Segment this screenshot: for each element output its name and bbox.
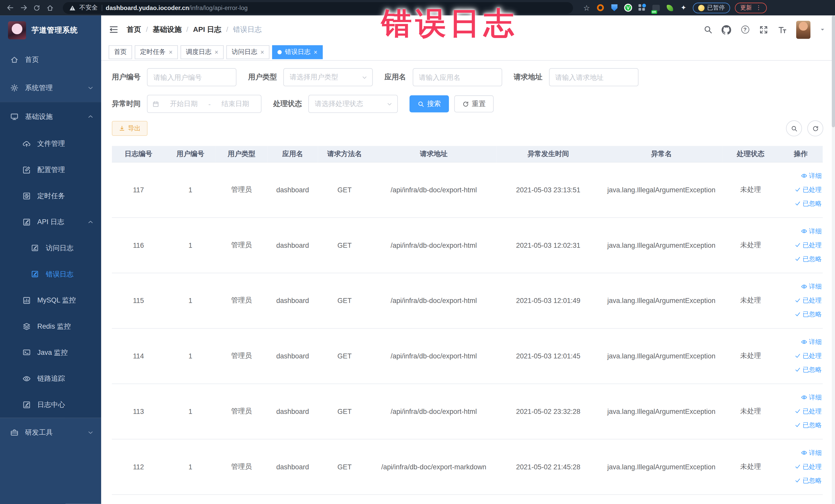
table-row: 112 1 管理员 dashboard GET /api/infra/db-do… bbox=[112, 439, 823, 494]
breadcrumb-api-logs[interactable]: API 日志 bbox=[193, 25, 222, 34]
detail-link[interactable]: 详细 bbox=[778, 335, 822, 349]
ignored-link[interactable]: 已忽略 bbox=[778, 363, 822, 377]
avatar-caret-icon[interactable] bbox=[820, 27, 826, 33]
sidebar-item-log-center[interactable]: 日志中心 bbox=[0, 391, 101, 418]
sidebar-item-access-logs[interactable]: 访问日志 bbox=[0, 235, 101, 261]
app-name-input[interactable] bbox=[412, 68, 502, 86]
cell-exception-time: 2021-05-02 21:45:28 bbox=[496, 439, 600, 494]
sidebar-item-dev-tools[interactable]: 研发工具 bbox=[0, 418, 101, 446]
home-icon[interactable] bbox=[45, 3, 55, 12]
cell-process-status: 未处理 bbox=[722, 273, 778, 328]
address-bar[interactable]: 不安全 dashboard.yudao.iocoder.cn/infra/log… bbox=[63, 2, 573, 14]
sidebar-item-api-logs[interactable]: API 日志 bbox=[0, 209, 101, 235]
sidebar-item-home[interactable]: 首页 bbox=[0, 45, 101, 74]
processed-link[interactable]: 已处理 bbox=[778, 349, 822, 363]
sidebar-item-config-mgmt[interactable]: 配置管理 bbox=[0, 157, 101, 183]
search-icon[interactable] bbox=[703, 25, 712, 34]
reload-icon[interactable] bbox=[32, 3, 41, 12]
close-icon[interactable]: × bbox=[261, 48, 264, 56]
detail-link[interactable]: 详细 bbox=[778, 280, 822, 294]
app-logo[interactable]: 芋道管理系统 bbox=[0, 15, 101, 45]
update-button[interactable]: 更新⋮ bbox=[735, 2, 767, 13]
detail-link[interactable]: 详细 bbox=[778, 390, 822, 404]
extension-leaf-icon[interactable] bbox=[665, 3, 674, 12]
detail-link[interactable]: 详细 bbox=[778, 169, 822, 183]
ignored-link[interactable]: 已忽略 bbox=[778, 418, 822, 432]
close-icon[interactable]: × bbox=[169, 48, 173, 56]
bookmark-star-icon[interactable]: ☆ bbox=[582, 3, 591, 12]
scrollbar-thumb[interactable] bbox=[832, 15, 835, 127]
ignored-link[interactable]: 已忽略 bbox=[778, 307, 822, 321]
sidebar-item-system-mgmt[interactable]: 系统管理 bbox=[0, 74, 101, 102]
export-button[interactable]: 导出 bbox=[112, 121, 148, 136]
close-icon[interactable]: × bbox=[215, 48, 219, 56]
sidebar-item-mysql-monitor[interactable]: MySQL 监控 bbox=[0, 287, 101, 313]
help-icon[interactable]: ? bbox=[740, 25, 750, 34]
tab-home[interactable]: 首页 bbox=[108, 45, 132, 59]
sidebar-item-error-logs[interactable]: 错误日志 bbox=[0, 261, 101, 287]
processed-link[interactable]: 已处理 bbox=[778, 460, 822, 473]
ignored-link[interactable]: 已忽略 bbox=[778, 473, 822, 487]
ignored-link[interactable]: 已忽略 bbox=[778, 197, 822, 210]
cell-user-id: 1 bbox=[165, 273, 216, 328]
security-warning-icon[interactable] bbox=[69, 5, 76, 11]
user-id-input[interactable] bbox=[147, 68, 237, 86]
paused-badge[interactable]: 已暂停 bbox=[693, 2, 730, 13]
process-status-select[interactable]: 请选择处理状态 bbox=[308, 95, 398, 113]
tab-error-logs[interactable]: 错误日志× bbox=[272, 45, 323, 59]
breadcrumb-infrastructure[interactable]: 基础设施 bbox=[153, 25, 182, 34]
user-avatar[interactable] bbox=[796, 21, 811, 39]
tab-scheduled-tasks[interactable]: 定时任务× bbox=[135, 45, 178, 59]
fullscreen-icon[interactable] bbox=[759, 25, 768, 34]
reset-button[interactable]: 重置 bbox=[454, 95, 494, 112]
sidebar-item-file-mgmt[interactable]: 文件管理 bbox=[0, 130, 101, 157]
cell-request-url: /api/infra/db-doc/export-html bbox=[371, 328, 496, 384]
kebab-menu-icon[interactable]: ⋮ bbox=[756, 4, 761, 11]
col-process-status: 处理状态 bbox=[722, 146, 778, 162]
extension-grid-icon[interactable] bbox=[637, 3, 646, 12]
filter-label: 应用名 bbox=[385, 73, 406, 82]
scrollbar[interactable] bbox=[832, 15, 835, 504]
back-icon[interactable] bbox=[5, 3, 15, 12]
sidebar-item-scheduled-tasks[interactable]: 定时任务 bbox=[0, 183, 101, 209]
tab-access-logs[interactable]: 访问日志× bbox=[226, 45, 269, 59]
extension-on-icon[interactable]: on bbox=[651, 3, 660, 12]
font-size-icon[interactable] bbox=[777, 25, 787, 34]
breadcrumb-home[interactable]: 首页 bbox=[127, 25, 141, 34]
cell-user-id: 1 bbox=[165, 439, 216, 494]
refresh-table-button[interactable] bbox=[807, 120, 823, 136]
processed-link[interactable]: 已处理 bbox=[778, 183, 822, 197]
screen: 不安全 dashboard.yudao.iocoder.cn/infra/log… bbox=[0, 0, 835, 504]
processed-link[interactable]: 已处理 bbox=[778, 294, 822, 307]
sidebar-item-redis-monitor[interactable]: Redis 监控 bbox=[0, 313, 101, 339]
security-label[interactable]: 不安全 bbox=[79, 4, 98, 12]
request-url-input[interactable] bbox=[549, 68, 638, 86]
detail-link[interactable]: 详细 bbox=[778, 446, 822, 460]
sidebar-fold-icon[interactable] bbox=[108, 24, 119, 35]
search-button[interactable]: 搜索 bbox=[409, 95, 449, 112]
sidebar-item-infrastructure[interactable]: 基础设施 bbox=[0, 102, 101, 130]
extension-v-icon[interactable]: V bbox=[624, 3, 632, 12]
check-icon bbox=[794, 297, 801, 304]
filter-request-url: 请求地址 bbox=[514, 68, 638, 86]
date-range-picker[interactable]: 开始日期 - 结束日期 bbox=[147, 95, 262, 113]
forward-icon[interactable] bbox=[19, 3, 28, 12]
processed-link[interactable]: 已处理 bbox=[778, 404, 822, 418]
close-icon[interactable]: × bbox=[314, 48, 318, 56]
filter-label: 异常时间 bbox=[112, 99, 141, 108]
cell-method: GET bbox=[318, 384, 371, 439]
extensions-menu-icon[interactable]: ✦ bbox=[679, 3, 688, 12]
sidebar-item-java-monitor[interactable]: Java 监控 bbox=[0, 339, 101, 366]
extension-orange-icon[interactable] bbox=[596, 3, 605, 12]
ignored-link[interactable]: 已忽略 bbox=[778, 252, 822, 266]
hide-search-button[interactable] bbox=[786, 120, 802, 136]
page-url[interactable]: dashboard.yudao.iocoder.cn/infra/log/api… bbox=[106, 5, 248, 11]
extension-shield-icon[interactable] bbox=[610, 3, 618, 12]
processed-link[interactable]: 已处理 bbox=[778, 238, 822, 252]
github-icon[interactable] bbox=[721, 25, 731, 34]
tab-dispatch-logs[interactable]: 调度日志× bbox=[180, 45, 224, 59]
cell-user-type: 管理员 bbox=[216, 384, 267, 439]
sidebar-item-tracing[interactable]: 链路追踪 bbox=[0, 365, 101, 391]
detail-link[interactable]: 详细 bbox=[778, 224, 822, 238]
user-type-select[interactable]: 请选择用户类型 bbox=[283, 68, 373, 86]
